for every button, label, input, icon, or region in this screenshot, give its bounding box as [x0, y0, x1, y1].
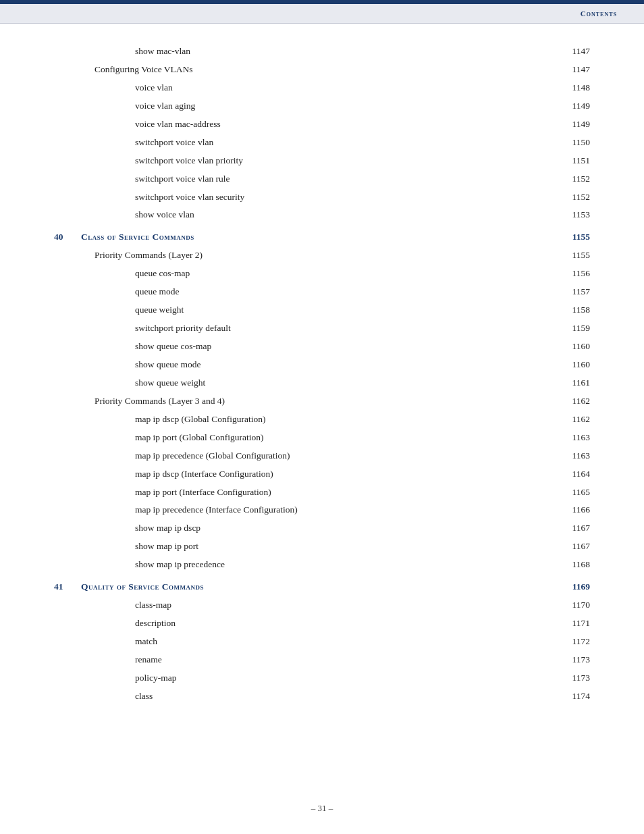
- toc-label: description: [54, 616, 176, 631]
- toc-row: switchport voice vlan priority1151: [54, 153, 590, 169]
- toc-label: queue weight: [54, 303, 184, 318]
- toc-label: map ip precedence (Global Configuration): [54, 448, 290, 464]
- toc-label: map ip precedence (Interface Configurati…: [54, 502, 298, 518]
- toc-page: 1152: [563, 190, 590, 205]
- header-strip: Contents: [0, 4, 644, 24]
- toc-label: switchport voice vlan: [54, 135, 213, 151]
- chapter-number: 41: [54, 579, 81, 595]
- section-label: Priority Commands (Layer 3 and 4): [54, 394, 225, 409]
- toc-dots: [205, 530, 559, 531]
- toc-dots: [198, 217, 559, 217]
- toc-dots: [209, 385, 559, 386]
- toc-dots: [235, 330, 559, 331]
- toc-dots: [267, 440, 559, 440]
- section-row: Priority Commands (Layer 3 and 4)1162: [54, 394, 590, 409]
- toc-page: 1163: [563, 448, 590, 464]
- toc-dots: [234, 181, 559, 182]
- toc-row: policy-map1173: [54, 671, 590, 686]
- toc-row: map ip dscp (Global Configuration)1162: [54, 412, 590, 427]
- toc-dots: [203, 548, 559, 549]
- toc-row: map ip port (Interface Configuration)116…: [54, 485, 590, 500]
- toc-dots: [180, 680, 559, 681]
- toc-dots: [157, 698, 559, 699]
- toc-row: show voice vlan1153: [54, 207, 590, 223]
- page-footer: – 31 –: [0, 803, 644, 814]
- toc-label: rename: [54, 652, 162, 668]
- toc-page: 1172: [563, 634, 590, 650]
- toc-dots: [217, 145, 559, 145]
- toc-row: rename1173: [54, 652, 590, 668]
- toc-page: 1166: [563, 502, 590, 518]
- toc-row: Configuring Voice VLANs1147: [54, 62, 590, 78]
- section-label: Priority Commands (Layer 2): [54, 248, 203, 263]
- toc-label: queue mode: [54, 284, 180, 300]
- header-label: Contents: [581, 9, 617, 18]
- toc-row: queue mode1157: [54, 284, 590, 300]
- toc-row: switchport voice vlan1150: [54, 135, 590, 151]
- toc-label: show queue mode: [54, 357, 200, 373]
- section-row: Priority Commands (Layer 2)1155: [54, 248, 590, 263]
- toc-row: voice vlan aging1149: [54, 99, 590, 114]
- toc-page: 1156: [563, 266, 590, 282]
- chapter-row: 41Quality of Service Commands1169: [54, 579, 590, 595]
- toc-row: map ip dscp (Interface Configuration)116…: [54, 467, 590, 482]
- toc-row: class1174: [54, 689, 590, 704]
- toc-row: show map ip dscp1167: [54, 521, 590, 536]
- toc-page: 1150: [563, 135, 590, 151]
- toc-page: 1165: [563, 485, 590, 500]
- toc-dots: [225, 126, 559, 127]
- toc-page: 1174: [563, 689, 590, 704]
- chapter-page: 1169: [204, 579, 590, 595]
- toc-page: 1167: [563, 521, 590, 536]
- toc-label: class: [54, 689, 153, 704]
- chapter-row: 40Class of Service Commands1155: [54, 230, 590, 245]
- toc-label: show voice vlan: [54, 207, 194, 223]
- toc-dots: [247, 163, 559, 163]
- toc-label: show map ip port: [54, 539, 198, 554]
- section-page: 1162: [225, 394, 590, 409]
- toc-row: queue weight1158: [54, 303, 590, 318]
- toc-label: voice vlan aging: [54, 99, 195, 114]
- toc-page: 1164: [563, 467, 590, 482]
- toc-row: voice vlan1148: [54, 80, 590, 96]
- page-content: show mac-vlan1147Configuring Voice VLANs…: [0, 24, 644, 748]
- toc-page: 1158: [563, 303, 590, 318]
- chapter-title: Class of Service Commands: [81, 230, 194, 245]
- toc-page: 1173: [563, 652, 590, 668]
- chapter-page: 1155: [194, 230, 590, 245]
- toc-page: 1147: [563, 62, 590, 78]
- toc-label: map ip dscp (Interface Configuration): [54, 467, 273, 482]
- toc-label: show queue weight: [54, 375, 205, 391]
- toc-page: 1153: [563, 207, 590, 223]
- toc-dots: [161, 644, 559, 644]
- toc-dots: [294, 458, 559, 459]
- toc-label: map ip port (Interface Configuration): [54, 485, 271, 500]
- toc-label: show map ip precedence: [54, 557, 225, 573]
- toc-label: class-map: [54, 598, 171, 613]
- toc-page: 1173: [563, 671, 590, 686]
- toc-label: Configuring Voice VLANs: [54, 62, 193, 78]
- toc-row: queue cos-map1156: [54, 266, 590, 282]
- toc-row: map ip precedence (Interface Configurati…: [54, 502, 590, 518]
- toc-page: 1170: [563, 598, 590, 613]
- toc-dots: [229, 567, 559, 567]
- toc-page: 1162: [563, 412, 590, 427]
- toc-label: policy-map: [54, 671, 176, 686]
- toc-page: 1167: [563, 539, 590, 554]
- toc-page: 1148: [563, 80, 590, 96]
- toc-dots: [275, 494, 559, 495]
- toc-row: map ip port (Global Configuration)1163: [54, 430, 590, 446]
- toc-dots: [177, 90, 559, 90]
- toc-label: show mac-vlan: [54, 44, 190, 59]
- toc-page: 1149: [563, 117, 590, 132]
- toc-row: show queue weight1161: [54, 375, 590, 391]
- toc-label: show queue cos-map: [54, 339, 211, 355]
- toc-row: show queue cos-map1160: [54, 339, 590, 355]
- chapters-container: 40Class of Service Commands1155Priority …: [54, 230, 590, 704]
- toc-row: class-map1170: [54, 598, 590, 613]
- toc-label: voice vlan: [54, 80, 173, 96]
- toc-dots: [199, 108, 559, 109]
- toc-label: map ip port (Global Configuration): [54, 430, 263, 446]
- toc-page: 1147: [563, 44, 590, 59]
- chapter-title: Quality of Service Commands: [81, 579, 204, 595]
